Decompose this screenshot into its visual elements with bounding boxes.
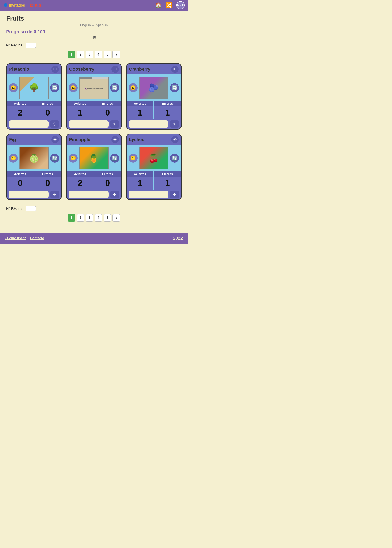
footer-input-pineapple[interactable] (69, 191, 108, 198)
card-header-pineapple: Pineapple 👁 (67, 134, 121, 145)
card-image-cranberry: 🫐 (139, 76, 168, 99)
page-btn-2-top[interactable]: 2 (77, 51, 84, 58)
send-btn-pineapple[interactable]: ✈ (110, 191, 119, 198)
footer-input-cranberry[interactable] (129, 120, 168, 128)
header-nav: 👤 Invitados 🗂 Kits (3, 3, 42, 7)
stats-cranberry: Aciertos 1 Errores 1 (126, 101, 181, 119)
progress-value: 46 (6, 35, 182, 40)
page-input-bottom[interactable] (26, 206, 36, 211)
card-image-pineapple: 🍍 (79, 147, 108, 169)
eye-button-lychee[interactable]: 👁 (171, 136, 179, 143)
footer-input-gooseberry[interactable] (69, 120, 108, 128)
refresh-btn-cranberry[interactable]: 🔄 (170, 83, 179, 92)
errores-label-fig: Errores (34, 171, 62, 177)
smiley-btn-fig[interactable]: 😐 (9, 154, 18, 163)
footer-year: 2022 (173, 236, 183, 241)
lang-badge-text: EN→ES (176, 4, 185, 7)
card-title-gooseberry: Gooseberry (69, 67, 94, 72)
kits-label: Kits (35, 3, 42, 7)
card-image-area-cranberry: 😐 🫐 🔄 (126, 75, 181, 101)
shuffle-icon[interactable]: 🔀 (166, 2, 172, 9)
card-image-area-pineapple: 😐 🍍 🔄 (67, 145, 121, 171)
aciertos-value-fig: 0 (18, 177, 22, 190)
errores-col-gooseberry: Errores 0 (94, 101, 121, 119)
errores-value-fig: 0 (45, 177, 50, 190)
card-title-pineapple: Pineapple (69, 137, 90, 142)
errores-col-pineapple: Errores 0 (94, 171, 121, 190)
send-btn-pistachio[interactable]: ✈ (50, 120, 59, 128)
kits-link[interactable]: 🗂 Kits (30, 3, 42, 7)
refresh-btn-gooseberry[interactable]: 🔄 (110, 83, 119, 92)
page-input-row-bottom: N° Página: (6, 206, 182, 211)
card-footer-cranberry: ✈ (126, 119, 181, 129)
refresh-btn-fig[interactable]: 🔄 (50, 154, 59, 163)
smiley-btn-pistachio[interactable]: 😐 (9, 83, 18, 92)
stats-fig: Aciertos 0 Errores 0 (7, 171, 61, 190)
page-btn-5-bottom[interactable]: 5 (104, 214, 111, 222)
page-btn-4-bottom[interactable]: 4 (95, 214, 102, 222)
page-next-top[interactable]: › (112, 51, 120, 58)
card-footer-lychee: ✈ (126, 190, 181, 199)
card-image-area-fig: 😐 🍈 🔄 (7, 145, 61, 171)
eye-button-fig[interactable]: 👁 (51, 136, 59, 143)
page-btn-3-top[interactable]: 3 (85, 51, 93, 58)
page-btn-1-bottom[interactable]: 1 (68, 214, 75, 222)
card-title-cranberry: Cranberry (129, 67, 150, 72)
page-btn-3-bottom[interactable]: 3 (85, 214, 93, 222)
footer-input-lychee[interactable] (129, 191, 168, 198)
aciertos-value-gooseberry: 1 (77, 106, 82, 119)
card-footer-pineapple: ✈ (67, 190, 121, 199)
footer-links: ¿Cómo usar? Contacto (5, 236, 44, 240)
page-btn-2-bottom[interactable]: 2 (77, 214, 84, 222)
guests-link[interactable]: 👤 Invitados (3, 3, 25, 7)
guests-label: Invitados (9, 3, 25, 7)
smiley-btn-cranberry[interactable]: 😐 (129, 83, 138, 92)
card-header-gooseberry: Gooseberry 👁 (67, 64, 121, 75)
page-btn-4-top[interactable]: 4 (95, 51, 102, 58)
refresh-btn-lychee[interactable]: 🔄 (170, 154, 179, 163)
page-next-bottom[interactable]: › (112, 214, 120, 222)
smiley-btn-lychee[interactable]: 😐 (129, 154, 138, 163)
footer-input-fig[interactable] (9, 191, 49, 198)
card-footer-pistachio: ✈ (7, 119, 61, 129)
how-to-use-link[interactable]: ¿Cómo usar? (5, 236, 26, 240)
footer-input-pistachio[interactable] (9, 120, 49, 128)
send-btn-lychee[interactable]: ✈ (170, 191, 179, 198)
smiley-btn-pineapple[interactable]: 😐 (69, 154, 77, 163)
card-title-lychee: Lychee (129, 137, 144, 142)
card-image-pistachio: 🌳 (19, 76, 49, 99)
lang-badge[interactable]: EN→ES (176, 1, 185, 9)
aciertos-label-lychee: Aciertos (126, 171, 154, 177)
card-fig: Fig 👁 😐 🍈 🔄 Aciertos 0 Errores 0 (6, 134, 62, 200)
send-btn-gooseberry[interactable]: ✈ (110, 120, 119, 128)
page-btn-5-top[interactable]: 5 (104, 51, 111, 58)
smiley-btn-gooseberry[interactable]: 😐 (69, 83, 77, 92)
stats-pineapple: Aciertos 2 Errores 0 (67, 171, 121, 190)
card-header-cranberry: Cranberry 👁 (126, 64, 181, 75)
card-gooseberry: Gooseberry 👁 😐 🍇 botanical illustration … (66, 63, 122, 130)
aciertos-col-fig: Aciertos 0 (7, 171, 34, 190)
page-input-top[interactable] (26, 43, 36, 48)
send-btn-fig[interactable]: ✈ (50, 191, 59, 198)
eye-button-pineapple[interactable]: 👁 (112, 136, 119, 143)
card-pistachio: Pistachio 👁 😐 🌳 🔄 Aciertos 2 Errores 0 (6, 63, 62, 130)
page-input-row-top: N° Página: (6, 43, 182, 48)
eye-button-cranberry[interactable]: 👁 (171, 66, 179, 73)
card-header-lychee: Lychee 👁 (126, 134, 181, 145)
errores-label-gooseberry: Errores (94, 101, 121, 106)
progress-label: Progreso de 0-100 (6, 29, 182, 35)
send-btn-cranberry[interactable]: ✈ (170, 120, 179, 128)
home-icon[interactable]: 🏠 (155, 2, 162, 9)
errores-value-cranberry: 1 (165, 106, 170, 119)
refresh-btn-pistachio[interactable]: 🔄 (50, 83, 59, 92)
errores-label-pineapple: Errores (94, 171, 121, 177)
card-footer-fig: ✈ (7, 190, 61, 199)
eye-button-gooseberry[interactable]: 👁 (112, 66, 119, 73)
refresh-btn-pineapple[interactable]: 🔄 (110, 154, 119, 163)
contact-link[interactable]: Contacto (30, 236, 44, 240)
eye-button-pistachio[interactable]: 👁 (51, 66, 59, 73)
page-btn-1-top[interactable]: 1 (68, 51, 75, 58)
card-footer-gooseberry: ✈ (67, 119, 121, 129)
aciertos-value-lychee: 1 (138, 177, 142, 190)
page-input-label-top: N° Página: (6, 43, 23, 47)
